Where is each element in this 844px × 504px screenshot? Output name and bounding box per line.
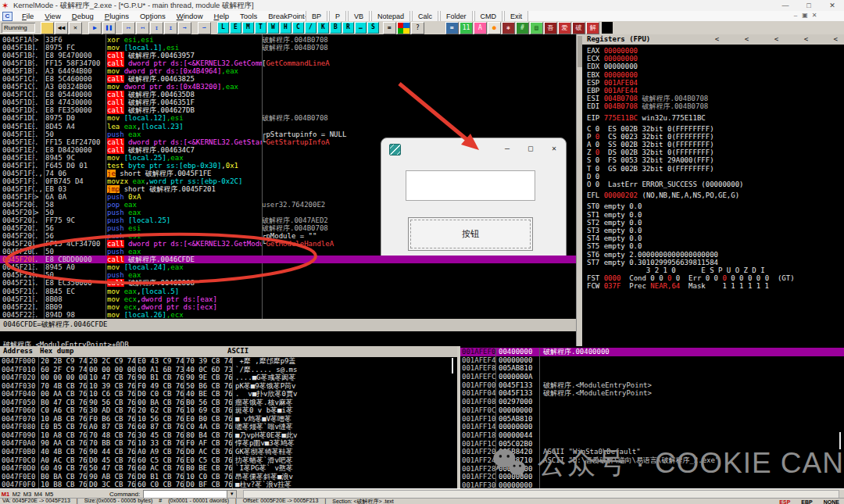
dialog-edit-box[interactable]: [406, 170, 535, 201]
plugin-blue-icon[interactable]: ≡: [445, 22, 459, 34]
plugin-hash-icon[interactable]: #: [516, 22, 529, 34]
plugin-ai-icon[interactable]: 爱: [558, 22, 571, 34]
dump-row[interactable]: 0047F0D060 49 CB 7650 47 CB 7660 AC CB 7…: [0, 464, 457, 473]
menu-item-help[interactable]: Help: [209, 12, 235, 20]
letter-button-R[interactable]: R: [342, 22, 354, 34]
trace-into-icon[interactable]: ↧: [150, 22, 163, 34]
register-line[interactable]: ECX 00000000: [582, 55, 844, 63]
disasm-row[interactable]: 0045F1AF>33F6xor esi,esi破解程序.004B0708: [0, 36, 576, 44]
letter-button-E[interactable]: E: [230, 22, 241, 34]
dump-row[interactable]: 0047F0B040 4B CB 7690 44 CB 76A0 A9 CB 7…: [0, 448, 457, 456]
disasm-row[interactable]: 0045F1CE.E8 05440000call 破解程序.004635D8: [0, 91, 576, 98]
stack-row[interactable]: 001AFEF400000000: [460, 356, 844, 365]
menu-item-plugins[interactable]: Plugins: [99, 12, 134, 20]
memory-tab-m3[interactable]: M3: [22, 491, 33, 498]
quick-button-folder[interactable]: Folder: [440, 11, 473, 21]
menu-item-options[interactable]: Options: [134, 12, 171, 20]
close-process-icon[interactable]: ✕: [69, 22, 82, 34]
list-icon[interactable]: ≡: [383, 22, 396, 34]
dump-row[interactable]: 0047F060C0 A6 CB 7630 AD CB 7620 62 CB 7…: [0, 406, 457, 415]
dump-row[interactable]: 0047F01060 2F C9 7400 00 00 0000 A1 6B 7…: [0, 366, 457, 374]
plugin-wu-icon[interactable]: 吾: [544, 22, 557, 34]
letter-button-T[interactable]: T: [255, 22, 266, 34]
stack-row[interactable]: 001AFEF8005AB810: [460, 364, 844, 373]
disasm-row[interactable]: 0045F216.50push eax: [0, 271, 576, 279]
letter-button-W[interactable]: W: [267, 22, 279, 34]
menu-item-view[interactable]: View: [39, 12, 66, 20]
dialog-maximize-icon[interactable]: □: [522, 141, 539, 155]
register-line[interactable]: EIP 775E11BC win32u.775E11BC: [582, 114, 844, 122]
register-line[interactable]: ST5 empty 0.0: [582, 242, 844, 250]
plugin-dot-icon[interactable]: ●: [488, 22, 501, 34]
disasm-row[interactable]: 0045F221.8B09mov ecx,dword ptr ds:[ecx]: [0, 303, 576, 311]
letter-button-L[interactable]: L: [217, 22, 229, 34]
mdi-control-icon[interactable]: –: [791, 12, 800, 19]
quick-button-bp[interactable]: BP: [306, 11, 327, 21]
letter-button-…[interactable]: …: [355, 22, 367, 34]
disasm-row[interactable]: 0045F1B9.FF15 58F34700call dword ptr ds:…: [0, 59, 576, 67]
disasm-row[interactable]: 0045F1E0.8D45 A4lea eax,[local.23]: [0, 123, 576, 130]
stack-row[interactable]: 001AFF000045F133破解程序.<ModuleEntryPoint>: [460, 381, 844, 390]
plugin-green-icon[interactable]: 11: [460, 22, 473, 34]
register-line[interactable]: EFL 00000202 (NO,NB,NE,A,NS,PO,GE,G): [582, 191, 844, 199]
hex-dump-scroll-thumb[interactable]: [452, 358, 453, 374]
dump-row[interactable]: 0047F050B0 47 CB 7690 56 CB 7600 BA CB 7…: [0, 399, 457, 407]
appearance-icon[interactable]: [397, 22, 410, 34]
disasm-row[interactable]: 0045F217.E8 EC350000call 破解程序.00462808: [0, 279, 576, 287]
disasm-row[interactable]: 0045F21F.8B08mov ecx,dword ptr ds:[eax]: [0, 295, 576, 303]
stack-row[interactable]: 001AFF0C00000000: [460, 406, 844, 415]
command-input[interactable]: [144, 491, 227, 498]
memory-tab-m1[interactable]: M1: [0, 491, 11, 498]
register-line[interactable]: ST2 empty 0.0: [582, 219, 844, 227]
window-control-icon[interactable]: —: [774, 2, 797, 9]
register-line[interactable]: ST7 empty 0.3010299956639811584: [582, 259, 844, 266]
trace-over-icon[interactable]: ↥: [164, 22, 177, 34]
letter-button-C[interactable]: C: [292, 22, 304, 34]
disasm-row[interactable]: 0045F1C4.E8 5C460000call 破解程序.00463825: [0, 75, 576, 83]
pause-icon[interactable]: ❚❚: [102, 22, 116, 34]
register-line[interactable]: FCW 037F Prec NEAR,64 Mask 1 1 1 1 1 1: [582, 282, 844, 290]
open-file-icon[interactable]: [41, 22, 54, 34]
mdi-control-icon[interactable]: ✕: [810, 12, 819, 19]
dump-row[interactable]: 0047F09010 A8 CB 7670 48 CB 7630 45 CB 7…: [0, 431, 457, 440]
disasm-row[interactable]: 0045F1D3.E8 47430000call 破解程序.0046351F: [0, 98, 576, 106]
registers-pane[interactable]: Registers (FPU) < < < < < EAX 00000000EC…: [582, 34, 844, 346]
register-line[interactable]: EBP 001AFE44: [582, 87, 844, 95]
status-reg-none[interactable]: NONE: [824, 499, 839, 504]
disasm-row[interactable]: 0045F21C.8B45 ECmov eax,[local.5]: [0, 288, 576, 295]
disasm-row[interactable]: 0045F1B4.E8 9E470000call 破解程序.00463957: [0, 52, 576, 59]
dump-row[interactable]: 0047F03070 4B CB 7610 39 CB 76F0 49 CB 7…: [0, 382, 457, 391]
plugin-po-icon[interactable]: 破: [572, 22, 585, 34]
step-over-icon[interactable]: ↤: [136, 22, 149, 34]
plugin-jie-icon[interactable]: 解: [586, 22, 599, 34]
quick-button-notepad[interactable]: Notepad: [371, 11, 410, 21]
dialog-button[interactable]: 按钮: [408, 217, 533, 251]
register-line[interactable]: D 0: [582, 173, 844, 181]
letter-button-K[interactable]: K: [317, 22, 329, 34]
disasm-row[interactable]: 0045F1B1.8975 FCmov [local.1],esi破解程序.00…: [0, 44, 576, 52]
register-line[interactable]: ST0 empty 0.0: [582, 202, 844, 210]
register-line[interactable]: EDX 00000000: [582, 63, 844, 70]
stack-row[interactable]: 001AFF1400000000: [460, 423, 844, 431]
dump-row[interactable]: 0047F0C0A0 AC CB 76D0 45 CB 7660 C5 CB 7…: [0, 456, 457, 465]
help-icon[interactable]: ?: [411, 22, 424, 34]
register-line[interactable]: A 0 SS 002B 32bit 0(FFFFFFFF): [582, 141, 844, 148]
plugin-book-icon[interactable]: ▤: [530, 22, 543, 34]
child-window-icon[interactable]: C: [2, 12, 13, 21]
dump-row[interactable]: 0047F04000 AA CB 7610 C6 CB 76D0 C0 CB 7…: [0, 390, 457, 399]
register-line[interactable]: ST6 empty 2.0000000000000000000: [582, 251, 844, 259]
register-line[interactable]: ST1 empty 0.0: [582, 211, 844, 219]
quick-button-exit[interactable]: Exit: [504, 11, 528, 21]
quick-button-calc[interactable]: Calc: [412, 11, 438, 21]
plugin-pink-icon[interactable]: A: [474, 22, 487, 34]
stack-row[interactable]: 001AFEFC0000000A: [460, 373, 844, 381]
window-control-icon[interactable]: ✕: [821, 2, 844, 9]
disasm-row[interactable]: 0045F1C9.A3 00324B00mov dword ptr ds:[0x…: [0, 83, 576, 91]
letter-button-/[interactable]: /: [305, 22, 316, 34]
dialog-window[interactable]: —□✕ 按钮: [381, 138, 567, 262]
stack-row[interactable]: 001AFF10005AB810: [460, 415, 844, 424]
dialog-close-icon[interactable]: ✕: [545, 141, 563, 155]
stack-row[interactable]: 001AFF0800297000: [460, 398, 844, 406]
register-line[interactable]: Z 0 DS 002B 32bit 0(FFFFFFFF): [582, 148, 844, 156]
memory-tab-m2[interactable]: M2: [11, 491, 22, 498]
